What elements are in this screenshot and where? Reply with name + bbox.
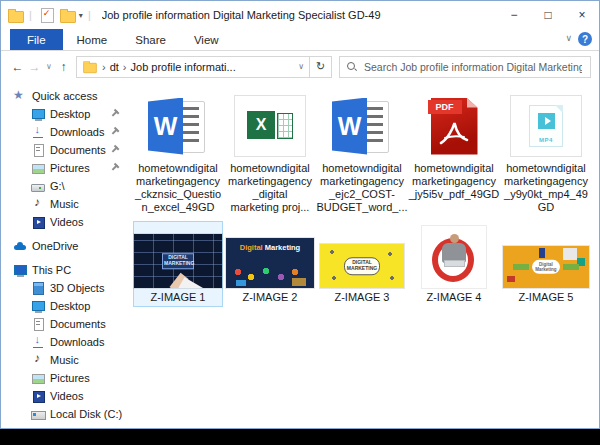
close-button[interactable]: × [565,1,599,29]
breadcrumb-item-current[interactable]: Job profile informati... [131,61,236,73]
image-thumb-box: DIGITAL MARKETING [134,224,222,288]
sidebar-item-pictures[interactable]: Pictures [1,369,128,387]
sidebar-item-label: Videos [50,216,83,228]
image-tile-z-image-5[interactable]: Digital MarketingZ-IMAGE 5 [501,221,591,307]
separator: | [88,9,91,21]
tab-file[interactable]: File [10,29,63,50]
image-tile-z-image-1[interactable]: DIGITAL MARKETINGZ-IMAGE 1 [133,221,223,307]
tab-view[interactable]: View [180,29,233,50]
word-letter: W [332,98,367,155]
sidebar-item-label: Downloads [50,336,104,348]
image-tile-z-image-2[interactable]: Digital MarketingZ-IMAGE 2 [225,221,315,307]
sidebar-item-label: Videos [50,390,83,402]
back-button[interactable]: ← [9,60,26,74]
image-thumbnail: Digital Marketing [503,246,589,288]
refresh-button[interactable]: ↻ [310,56,332,78]
drive-icon [31,179,45,193]
sidebar-item-documents[interactable]: Documents [1,315,128,333]
image-thumb-box: Digital Marketing [503,224,589,288]
videos-icon [31,389,45,403]
breadcrumb-dropdown-icon[interactable]: ∨ [298,62,304,71]
music-icon [31,197,45,211]
search-box[interactable] [339,56,591,78]
image-tile-z-image-4[interactable]: Z-IMAGE 4 [409,221,499,307]
file-tile-word-2[interactable]: Whometowndigital marketingagency _ejc2_C… [317,90,407,217]
search-icon [346,61,357,72]
sidebar-item-label: 3D Objects [50,282,104,294]
pictures-icon [31,371,45,385]
sidebar-item-label: Documents [50,318,106,330]
file-tile-excel-1[interactable]: Xhometowndigital marketingagency _digita… [225,90,315,217]
sidebar-item-pictures[interactable]: Pictures [1,159,128,177]
caption-part: Digital [240,243,265,252]
image-tile-z-image-3[interactable]: DIGITAL MARKETINGZ-IMAGE 3 [317,221,407,307]
ribbon-collapse-icon[interactable]: ∨ [565,33,572,43]
mp4-label: MP4 [530,137,562,143]
sidebar-item-g[interactable]: G:\ [1,177,128,195]
document-row: Whometowndigital marketingagency _ckznsi… [133,90,599,217]
tab-home[interactable]: Home [63,29,122,50]
sidebar-item-downloads[interactable]: Downloads [1,123,128,141]
minimize-button[interactable]: − [497,1,531,29]
excel-grid-icon [277,113,293,139]
sidebar-item-quick-access[interactable]: Quick access [1,87,128,105]
tab-share[interactable]: Share [121,29,180,50]
sidebar-item-label: Quick access [32,90,97,102]
sidebar-item-documents[interactable]: Documents [1,141,128,159]
sidebar-item-label: Local Disk (C:) [50,408,122,420]
image-name: Z-IMAGE 3 [334,291,389,304]
file-tile-mp4-4[interactable]: MP4hometowndigital marketingagency _y9y0… [501,90,591,217]
pin-icon [108,108,121,121]
pdf-file-icon: PDF [431,98,478,155]
sidebar-item-downloads[interactable]: Downloads [1,333,128,351]
file-name: hometowndigital marketingagency _ejc2_CO… [316,162,407,214]
quick-access-properties-icon[interactable] [41,8,54,23]
crumb-separator-icon: › [102,61,106,73]
sidebar-item-label: G:\ [50,180,65,192]
file-tile-word-0[interactable]: Whometowndigital marketingagency _ckznsi… [133,90,223,217]
thumbnail-card: MP4 [510,95,582,157]
up-button[interactable]: ↑ [55,60,72,74]
image-thumb-box: DIGITAL MARKETING [320,224,404,288]
search-input[interactable] [362,60,584,74]
sidebar-item-3d-objects[interactable]: 3D Objects [1,279,128,297]
sidebar-item-music[interactable]: Music [1,195,128,213]
sidebar-item-desktop[interactable]: Desktop [1,105,128,123]
breadcrumb-item-dt[interactable]: dt [110,61,119,73]
explorer-window: | ▾ | Job profile information Digital Ma… [0,0,600,429]
video-play-icon [538,113,555,129]
sidebar-item-music[interactable]: Music [1,351,128,369]
navigation-pane: Quick accessDesktopDownloadsDocumentsPic… [1,82,128,428]
desktop-icon [31,299,45,313]
sidebar-item-desktop[interactable]: Desktop [1,297,128,315]
sidebar-item-label: Documents [50,144,106,156]
image-thumbnail: DIGITAL MARKETING [134,234,222,288]
quick-access-newfolder-icon[interactable] [60,11,76,23]
sidebar-item-this-pc[interactable]: This PC [1,261,128,279]
acrobat-icon [439,119,469,147]
file-name: hometowndigital marketingagency _ckznsic… [135,162,221,214]
qat-dropdown-icon[interactable]: ▾ [79,11,83,20]
mp4-file-icon: MP4 [529,105,563,147]
help-icon[interactable]: ? [578,32,592,46]
address-bar: ← → ∨ ↑ › dt › Job profile informati... … [1,51,599,82]
file-name: hometowndigital marketingagency _y9y0kt_… [504,162,588,214]
title-bar: | ▾ | Job profile information Digital Ma… [1,1,599,29]
breadcrumb[interactable]: › dt › Job profile informati... ∨ [76,56,310,78]
sidebar-item-local-disk-c[interactable]: Local Disk (C:) [1,405,128,423]
image-thumbnail: Digital Marketing [226,238,314,288]
sidebar-item-label: Pictures [50,162,90,174]
laptop-shape [444,260,465,267]
sidebar-item-videos[interactable]: Videos [1,387,128,405]
history-dropdown-icon[interactable]: ∨ [43,62,55,71]
sidebar-item-label: Music [50,354,79,366]
file-tile-pdf-3[interactable]: PDFhometowndigital marketingagency _jy5i… [409,90,499,217]
forward-button[interactable]: → [26,60,43,74]
downloads-icon [31,335,45,349]
sidebar-item-label: Music [50,198,79,210]
sidebar-item-onedrive[interactable]: OneDrive [1,237,128,255]
file-icon-box: X [234,93,306,159]
sidebar-item-videos[interactable]: Videos [1,213,128,231]
file-icon-box: W [331,93,393,159]
maximize-button[interactable]: □ [531,1,565,29]
